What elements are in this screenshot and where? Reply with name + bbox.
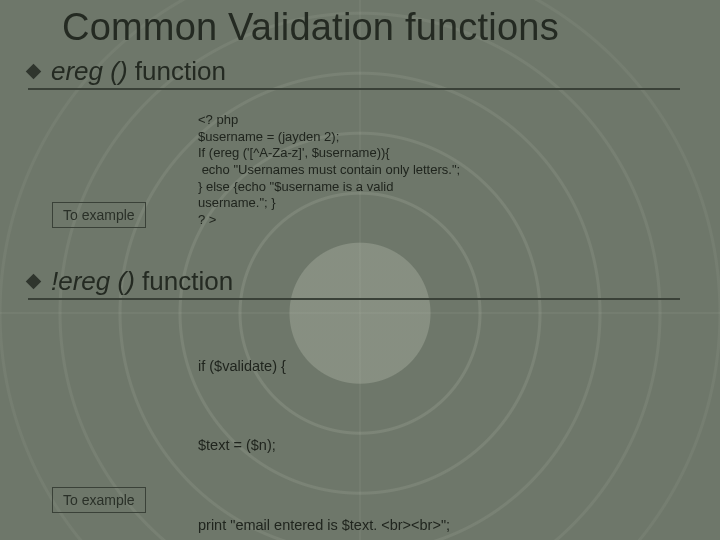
section-not-ereg: !ereg () function — [28, 266, 680, 310]
code-line: print "email entered is $text. <br><br>"… — [198, 514, 678, 536]
heading-prefix-2: !ereg () — [51, 266, 135, 296]
code-line: if ($validate) { — [198, 355, 678, 377]
section-ereg: ereg () function — [28, 56, 680, 100]
section-heading-1: ereg () function — [28, 56, 680, 90]
code-block-1: <? php $username = (jayden 2); If (ereg … — [198, 112, 668, 228]
slide-title: Common Validation functions — [62, 6, 559, 49]
bullet-icon — [26, 274, 42, 290]
code-block-2: if ($validate) { $text = ($n); print "em… — [198, 310, 678, 540]
heading-suffix-1: function — [128, 56, 226, 86]
heading-suffix-2: function — [135, 266, 233, 296]
slide: Common Validation functions ereg () func… — [0, 0, 720, 540]
to-example-button-1[interactable]: To example — [52, 202, 146, 228]
code-line: $text = ($n); — [198, 434, 678, 456]
section-heading-2: !ereg () function — [28, 266, 680, 300]
heading-prefix-1: ereg () — [51, 56, 128, 86]
to-example-button-2[interactable]: To example — [52, 487, 146, 513]
bullet-icon — [26, 64, 42, 80]
